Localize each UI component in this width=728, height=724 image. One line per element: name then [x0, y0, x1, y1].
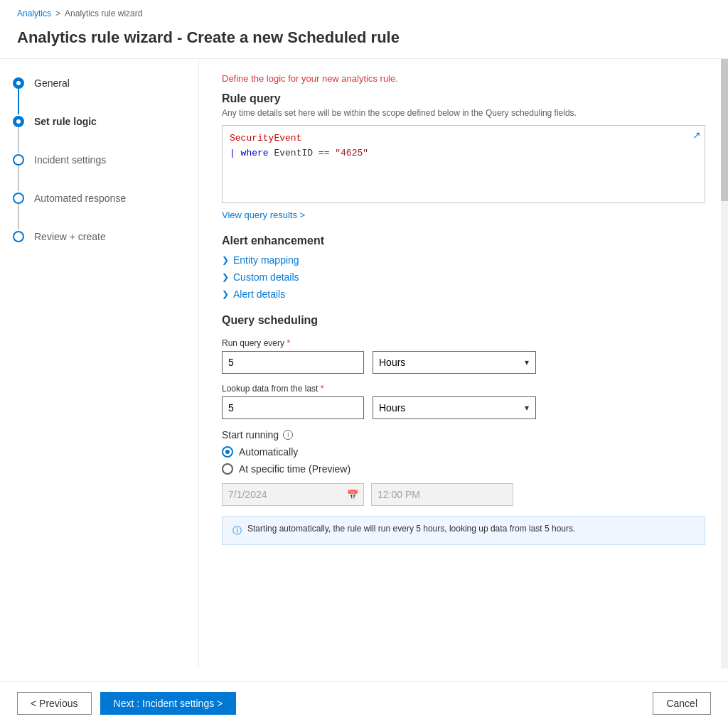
- entity-mapping-item[interactable]: ❯ Entity mapping: [222, 254, 705, 266]
- alert-details-label: Alert details: [233, 288, 285, 300]
- lookup-data-input[interactable]: [222, 396, 364, 419]
- query-editor[interactable]: SecurityEvent | where EventID == "4625": [222, 125, 705, 203]
- step-circle-rule-logic: [13, 116, 24, 127]
- run-query-unit-wrapper: Hours Minutes Days: [373, 351, 536, 374]
- custom-details-label: Custom details: [233, 271, 299, 283]
- sidebar-item-incident-settings[interactable]: Incident settings: [11, 153, 187, 191]
- radio-automatically[interactable]: Automatically: [222, 446, 705, 458]
- lookup-data-row: Lookup data from the last * Hours Minute…: [222, 384, 705, 419]
- code-line-1: SecurityEvent: [230, 131, 697, 146]
- step-label-general: General: [34, 76, 70, 90]
- run-query-label: Run query every *: [222, 338, 364, 348]
- step-circle-review: [13, 231, 24, 242]
- code-keyword: SecurityEvent: [230, 133, 301, 144]
- date-input-wrapper: 📅: [222, 483, 364, 506]
- lookup-data-unit-wrapper: Hours Minutes Days: [373, 396, 536, 419]
- step-line-3: [18, 166, 19, 191]
- step-line-2: [18, 127, 19, 153]
- rule-query-title: Rule query: [222, 92, 705, 105]
- radio-btn-automatically: [222, 446, 233, 458]
- custom-details-item[interactable]: ❯ Custom details: [222, 271, 705, 283]
- alert-details-item[interactable]: ❯ Alert details: [222, 288, 705, 300]
- view-query-results-link[interactable]: View query results >: [222, 210, 305, 220]
- step-circle-automated: [13, 193, 24, 204]
- sidebar-item-general[interactable]: General: [11, 76, 187, 114]
- page-title: Analytics rule wizard - Create a new Sch…: [0, 23, 728, 58]
- sidebar-item-review-create[interactable]: Review + create: [11, 229, 187, 244]
- lookup-data-unit-group: Hours Minutes Days: [373, 396, 536, 419]
- lookup-data-label: Lookup data from the last *: [222, 384, 364, 394]
- chevron-right-icon-custom: ❯: [222, 272, 229, 282]
- radio-specific-time[interactable]: At specific time (Preview): [222, 463, 705, 475]
- time-input[interactable]: [371, 483, 513, 506]
- run-query-group: Run query every *: [222, 338, 364, 374]
- sidebar-item-automated-response[interactable]: Automated response: [11, 191, 187, 229]
- start-running-label: Start running i: [222, 429, 705, 441]
- step-label-review: Review + create: [34, 229, 106, 244]
- chevron-right-icon-alert: ❯: [222, 289, 229, 299]
- breadcrumb-current: Analytics rule wizard: [65, 9, 142, 18]
- run-query-input[interactable]: [222, 351, 364, 374]
- date-input[interactable]: [222, 483, 364, 506]
- alert-enhancement-title: Alert enhancement: [222, 234, 705, 247]
- step-label-rule-logic: Set rule logic: [34, 114, 97, 129]
- start-running-info-icon[interactable]: i: [283, 430, 293, 440]
- sidebar-item-set-rule-logic[interactable]: Set rule logic: [11, 114, 187, 153]
- chevron-right-icon-entity: ❯: [222, 255, 229, 265]
- code-line-2: | where EventID == "4625": [230, 146, 697, 161]
- code-pipe: |: [230, 148, 241, 158]
- scrollbar-thumb[interactable]: [721, 59, 728, 201]
- info-banner-text: Starting automatically, the rule will ru…: [247, 524, 575, 534]
- query-scheduling-title: Query scheduling: [222, 314, 705, 327]
- code-where: where: [241, 148, 274, 158]
- lookup-data-unit-select[interactable]: Hours Minutes Days: [373, 396, 536, 419]
- expand-icon[interactable]: ↗: [692, 129, 701, 141]
- calendar-icon: 📅: [347, 490, 358, 500]
- step-label-automated: Automated response: [34, 191, 126, 205]
- lookup-data-required: *: [321, 384, 324, 394]
- breadcrumb-analytics[interactable]: Analytics: [17, 9, 51, 18]
- main-container: General Set rule logic Incident settings: [0, 58, 728, 669]
- rule-query-subtitle: Any time details set here will be within…: [222, 108, 705, 118]
- datetime-row: 📅: [222, 483, 705, 506]
- radio-label-automatically: Automatically: [239, 446, 298, 458]
- radio-label-specific-time: At specific time (Preview): [239, 463, 350, 475]
- run-query-unit-select[interactable]: Hours Minutes Days: [373, 351, 536, 374]
- info-banner-icon: ⓘ: [232, 524, 242, 537]
- start-running-radio-group: Automatically At specific time (Preview): [222, 446, 705, 475]
- content-area: Define the logic for your new analytics …: [199, 59, 728, 627]
- step-circle-incident: [13, 154, 24, 166]
- step-label-incident: Incident settings: [34, 153, 106, 167]
- define-logic-text: Define the logic for your new analytics …: [222, 73, 705, 84]
- run-query-unit-group: Hours Minutes Days: [373, 351, 536, 374]
- step-circle-general: [13, 77, 24, 89]
- scrollbar-track[interactable]: [721, 59, 728, 669]
- query-editor-wrapper: SecurityEvent | where EventID == "4625" …: [222, 125, 705, 203]
- entity-mapping-label: Entity mapping: [233, 254, 299, 266]
- info-banner: ⓘ Starting automatically, the rule will …: [222, 516, 705, 545]
- sidebar: General Set rule logic Incident settings: [0, 59, 199, 669]
- code-string: "4625": [335, 148, 368, 158]
- code-eventid: EventID ==: [274, 148, 335, 158]
- step-line-1: [18, 89, 19, 114]
- breadcrumb: Analytics > Analytics rule wizard: [0, 0, 728, 23]
- step-line-4: [18, 204, 19, 229]
- run-query-required: *: [287, 338, 290, 348]
- breadcrumb-separator: >: [55, 9, 60, 18]
- lookup-data-group: Lookup data from the last *: [222, 384, 364, 419]
- radio-btn-specific-time: [222, 463, 233, 475]
- run-query-row: Run query every * Hours Minutes Days: [222, 338, 705, 374]
